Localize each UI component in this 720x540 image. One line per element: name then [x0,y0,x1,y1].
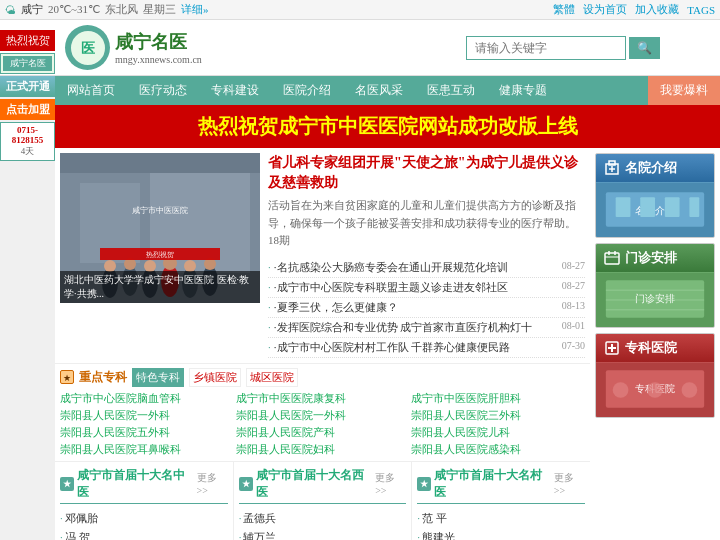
nav-famous[interactable]: 名医风采 [343,76,415,105]
tags-link[interactable]: TAGS [687,4,715,16]
calendar-icon [604,250,620,266]
news-link[interactable]: ·成宁市中心医院专科联盟主题义诊走进友邻社区 [268,280,508,295]
search-button[interactable]: 🔍 [629,37,660,59]
featured-link[interactable]: 崇阳县人民医院产科 [236,425,410,440]
svg-rect-29 [640,197,655,217]
nav-hospital[interactable]: 医院介绍 [271,76,343,105]
ad-join[interactable]: 点击加盟 [0,99,55,120]
banner: 热烈祝贺成宁市中医医院网站成功改版上线 [55,105,720,148]
search-input[interactable] [466,36,626,60]
sidebar-specialty-image: 专科医院 [596,362,714,417]
sidebar-outpatient-image: 门诊安排 [596,272,714,327]
location: 咸宁 [21,2,43,17]
traditional-link[interactable]: 繁體 [553,2,575,17]
section-icon: ★ [60,370,74,384]
main-article-desc: 活动旨在为来自贫困家庭的儿童和儿童们提供高方方的诊断及指导，确保每一个孩子能被妥… [268,197,585,250]
list-icon: ★ [417,477,431,491]
list-item[interactable]: 辅万兰 [239,528,407,540]
banner-text: 热烈祝贺成宁市中医医院网站成功改版上线 [63,113,712,140]
sidebar-famous-image: 名院介绍 [596,182,714,237]
svg-point-49 [647,382,663,398]
list-item[interactable]: 孟德兵 [239,509,407,528]
list-item[interactable]: 范 平 [417,509,585,528]
featured-links-grid: 成宁市中心医院脑血管科 成宁市中医医院康复科 成宁市中医医院肝胆科 崇阳县人民医… [60,391,585,457]
featured-link[interactable]: 成宁市中医医院康复科 [236,391,410,406]
logo-image: 医 [65,25,110,70]
list-item[interactable]: 邓佩胎 [60,509,228,528]
featured-link[interactable]: 崇阳县人民医院妇科 [236,442,410,457]
village-more-link[interactable]: 更多>> [554,471,585,496]
top-bar: 🌤 咸宁 20℃~31℃ 东北风 星期三 详细» 繁體 设为首页 加入收藏 TA… [0,0,720,20]
village-list-col: ★ 咸宁市首届十大名村医 更多>> 范 平 熊建光 杨 德 赵志杰 谢 卫 王汉… [412,462,590,540]
news-item: ·发挥医院综合和专业优势 成宁首家市直医疗机构灯十 08-01 [268,318,585,338]
west-list-title: ★ 咸宁市首届十大名西医 [239,467,376,501]
set-homepage[interactable]: 设为首页 [583,2,627,17]
center-content: 咸宁市中医医院 [55,148,590,540]
news-link[interactable]: ·发挥医院综合和专业优势 成宁首家市直医疗机构灯十 [268,320,532,335]
news-date: 08-27 [562,280,585,295]
svg-point-50 [682,382,698,398]
featured-link[interactable]: 崇阳县人民医院耳鼻喉科 [60,442,234,457]
tab-urban[interactable]: 城区医院 [246,368,298,387]
sidebar-outpatient[interactable]: 门诊安排 门诊安排 [595,243,715,328]
featured-link[interactable]: 成宁市中心医院脑血管科 [60,391,234,406]
list-item[interactable]: 熊建光 [417,528,585,540]
nav-interaction[interactable]: 医患互动 [415,76,487,105]
tcm-list-title: ★ 咸宁市首届十大名中医 [60,467,197,501]
news-item: ·名抗感染公大肠癌专委会在通山开展规范化培训 08-27 [268,258,585,278]
news-link[interactable]: ·名抗感染公大肠癌专委会在通山开展规范化培训 [268,260,508,275]
ad-open[interactable]: 正式开通 [0,76,55,97]
featured-link[interactable]: 成宁市中医医院肝胆科 [411,391,585,406]
top-bar-left: 🌤 咸宁 20℃~31℃ 东北风 星期三 详细» [5,2,208,17]
featured-title: 重点专科 [79,369,127,386]
logo-texts: 咸宁名医 mngy.xnnews.com.cn [115,30,202,65]
header: 医 咸宁名医 mngy.xnnews.com.cn 🔍 [0,20,720,76]
news-section: 咸宁市中医医院 [55,148,590,364]
village-list-header: ★ 咸宁市首届十大名村医 更多>> [417,467,585,504]
main-nav: 网站首页 医疗动态 专科建设 医院介绍 名医风采 医患互动 健康专题 我要爆料 [55,76,720,105]
svg-rect-31 [689,197,699,217]
top-bar-right: 繁體 设为首页 加入收藏 TAGS [553,2,715,17]
news-link[interactable]: ·夏季三伏，怎么更健康？ [268,300,398,315]
list-item[interactable]: 冯 贺 [60,528,228,540]
specialty-icon [604,340,620,356]
featured-link[interactable]: 崇阳县人民医院儿科 [411,425,585,440]
featured-header-row: ★ 重点专科 特色专科 乡镇医院 城区医院 [60,368,585,387]
featured-link[interactable]: 崇阳县人民医院一外科 [60,408,234,423]
nav-health[interactable]: 健康专题 [487,76,559,105]
ad-logo-text: 咸宁名医 [3,56,52,71]
svg-rect-32 [605,253,619,264]
ad-congratulations[interactable]: 热烈祝贺 [0,30,55,51]
featured-link[interactable]: 崇阳县人民医院感染科 [411,442,585,457]
nav-home[interactable]: 网站首页 [55,76,127,105]
add-favorite[interactable]: 加入收藏 [635,2,679,17]
sidebar-specialty-hospital[interactable]: 专科医院 专科医院 [595,333,715,418]
west-more-link[interactable]: 更多>> [375,471,406,496]
news-date: 08-27 [562,260,585,275]
sidebar-famous-hospitals[interactable]: 名院介绍 名院介绍 [595,153,715,238]
tcm-list-col: ★ 咸宁市首届十大名中医 更多>> 邓佩胎 冯 贺 范凤初 黄正斌 刘 军 沈初… [55,462,234,540]
weather-detail[interactable]: 详细» [181,2,209,17]
news-article: 省儿科专家组团开展"天使之旅"为成宁儿提供义诊及慈善救助 活动旨在为来自贫困家庭… [268,153,585,358]
main-article-title[interactable]: 省儿科专家组团开展"天使之旅"为成宁儿提供义诊及慈善救助 [268,153,585,192]
news-link[interactable]: ·成宁市中心医院村村工作队 千群养心健康便民路 [268,340,510,355]
sidebar-outpatient-header: 门诊安排 [596,244,714,272]
svg-point-48 [613,382,629,398]
ad-logo-box[interactable]: 咸宁名医 [0,53,55,74]
west-list-header: ★ 咸宁市首届十大名西医 更多>> [239,467,407,504]
nav-report[interactable]: 我要爆料 [648,76,720,105]
svg-rect-30 [665,197,680,217]
tab-special[interactable]: 特色专科 [132,368,184,387]
village-list-title: ★ 咸宁市首届十大名村医 [417,467,554,501]
featured-link[interactable]: 崇阳县人民医院一外科 [236,408,410,423]
search-box: 🔍 [466,36,660,60]
featured-link[interactable]: 崇阳县人民医院五外科 [60,425,234,440]
tab-township[interactable]: 乡镇医院 [189,368,241,387]
nav-medical[interactable]: 医疗动态 [127,76,199,105]
tcm-more-link[interactable]: 更多>> [197,471,228,496]
featured-link[interactable]: 崇阳县人民医院三外科 [411,408,585,423]
news-caption: 湖北中医药大学学成宁安中医医院 医检·教学·共携... [60,271,260,303]
sidebar-specialty-header: 专科医院 [596,334,714,362]
list-icon: ★ [60,477,74,491]
nav-specialty[interactable]: 专科建设 [199,76,271,105]
